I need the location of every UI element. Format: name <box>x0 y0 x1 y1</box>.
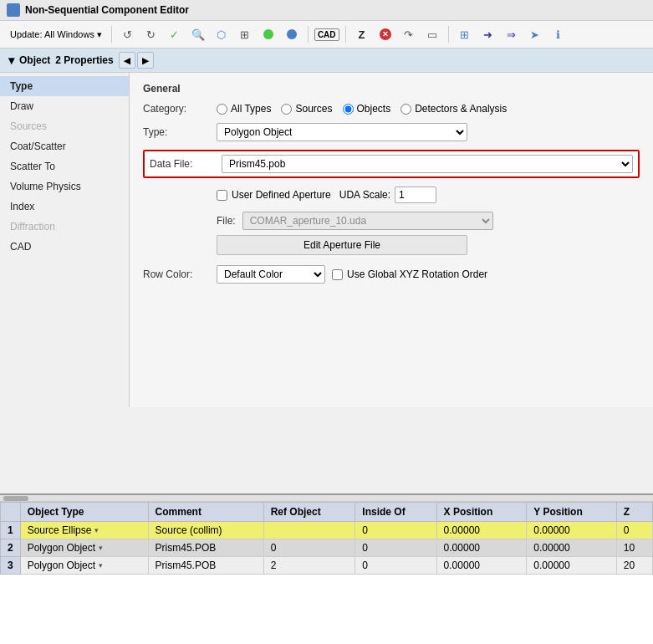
app-icon <box>7 3 20 17</box>
col-header-ref-object[interactable]: Ref Object <box>263 503 355 522</box>
row-3-object-type[interactable]: Polygon Object ▾ <box>20 557 148 575</box>
radio-detectors-input[interactable] <box>400 104 411 115</box>
object-properties: 2 Properties <box>55 54 113 66</box>
data-file-select[interactable]: Prism45.pob <box>222 155 633 173</box>
toolbar: Update: All Windows ▾ ↺ ↻ ✓ 🔍 ⬡ ⊞ CAD Z … <box>0 21 653 49</box>
row-3-z[interactable]: 20 <box>616 557 652 575</box>
xyz-checkbox-label[interactable]: Use Global XYZ Rotation Order <box>332 268 487 280</box>
rect-icon[interactable]: ▭ <box>422 24 442 44</box>
table-wrapper[interactable]: Object Type Comment Ref Object Inside Of… <box>0 502 653 644</box>
uda-checkbox-label[interactable]: User Defined Aperture <box>217 189 331 201</box>
col-header-y-position[interactable]: Y Position <box>527 503 616 522</box>
radio-sources-input[interactable] <box>281 104 292 115</box>
file-select[interactable]: COMAR_aperture_10.uda <box>242 212 493 230</box>
row-1-type-dropdown-icon[interactable]: ▾ <box>94 526 99 534</box>
edit-aperture-btn[interactable]: Edit Aperture File <box>217 235 467 255</box>
row-2-type-dropdown-icon[interactable]: ▾ <box>99 544 103 552</box>
arc-icon[interactable]: ↷ <box>399 24 419 44</box>
arrow-right2-icon[interactable]: ⇒ <box>502 24 522 44</box>
table-row: 3 Polygon Object ▾ Prism45.POB 2 0 0.000… <box>1 557 653 575</box>
category-label: Category: <box>143 103 210 115</box>
row-1-x[interactable]: 0.00000 <box>436 522 527 539</box>
category-row: Category: All Types Sources Objects Dete… <box>143 103 640 115</box>
radio-sources[interactable]: Sources <box>281 103 332 115</box>
row-1-z[interactable]: 0 <box>616 522 652 539</box>
sidebar-item-scatter-to[interactable]: Scatter To <box>0 156 129 176</box>
row-2-y[interactable]: 0.00000 <box>527 539 616 557</box>
row-3-type-dropdown-icon[interactable]: ▾ <box>99 561 103 570</box>
component-icon[interactable]: ⊞ <box>455 24 475 44</box>
update-menu[interactable]: Update: All Windows ▾ <box>7 28 105 42</box>
sidebar-item-type[interactable]: Type <box>0 76 129 96</box>
scroll-thumb[interactable] <box>3 496 28 501</box>
object-bar: ▾ Object 2 Properties ◀ ▶ <box>0 49 653 73</box>
scroll-handle[interactable] <box>0 495 653 502</box>
arrow-right1-icon[interactable]: ➜ <box>478 24 498 44</box>
row-3-inside-of[interactable]: 0 <box>355 557 436 575</box>
row-2-ref-object[interactable]: 0 <box>263 539 355 557</box>
row-3-y[interactable]: 0.00000 <box>527 557 616 575</box>
uda-row: User Defined Aperture UDA Scale: <box>217 187 640 203</box>
sidebar-item-cad[interactable]: CAD <box>0 237 129 257</box>
separator-4 <box>448 26 449 43</box>
table-row: 1 Source Ellipse ▾ Source (collim) 0 0.0… <box>1 522 653 539</box>
expand-arrow-icon[interactable]: ▾ <box>8 54 14 67</box>
z-label-btn[interactable]: Z <box>352 24 372 44</box>
no-entry-icon[interactable]: ✕ <box>375 24 395 44</box>
uda-scale-input[interactable] <box>395 187 436 203</box>
row-2-comment[interactable]: Prism45.POB <box>148 539 263 557</box>
row-1-y[interactable]: 0.00000 <box>527 522 616 539</box>
circle-blue-icon[interactable] <box>282 24 302 44</box>
row-color-select[interactable]: Default Color <box>217 265 325 284</box>
sidebar-item-index[interactable]: Index <box>0 197 129 217</box>
box3d-icon[interactable]: ⬡ <box>212 24 232 44</box>
table-header-row: Object Type Comment Ref Object Inside Of… <box>1 503 653 522</box>
window-title: Non-Sequential Component Editor <box>25 4 189 16</box>
row-2-inside-of[interactable]: 0 <box>355 539 436 557</box>
uda-checkbox[interactable] <box>217 190 227 201</box>
section-title: General <box>143 83 640 95</box>
col-header-comment[interactable]: Comment <box>148 503 263 522</box>
cad-badge[interactable]: CAD <box>314 28 339 41</box>
row-3-comment[interactable]: Prism45.POB <box>148 557 263 575</box>
type-label: Type: <box>143 126 210 138</box>
dot-green-icon[interactable] <box>258 24 278 44</box>
row-2-z[interactable]: 10 <box>616 539 652 557</box>
col-header-x-position[interactable]: X Position <box>436 503 527 522</box>
info-icon[interactable]: ℹ <box>548 24 569 44</box>
row-1-comment[interactable]: Source (collim) <box>148 522 263 539</box>
refresh-icon[interactable]: ↺ <box>118 24 138 44</box>
refresh-all-icon[interactable]: ↻ <box>141 24 161 44</box>
radio-objects[interactable]: Objects <box>343 103 391 115</box>
nav-prev-btn[interactable]: ◀ <box>119 52 135 69</box>
col-header-inside-of[interactable]: Inside Of <box>355 503 436 522</box>
sidebar: Type Draw Sources Coat/Scatter Scatter T… <box>0 73 130 407</box>
row-2-object-type[interactable]: Polygon Object ▾ <box>20 539 148 557</box>
data-table: Object Type Comment Ref Object Inside Of… <box>0 502 653 575</box>
sidebar-item-draw[interactable]: Draw <box>0 96 129 116</box>
nav-next-btn[interactable]: ▶ <box>137 52 154 69</box>
type-select[interactable]: Polygon Object <box>217 123 467 141</box>
radio-detectors[interactable]: Detectors & Analysis <box>400 103 507 115</box>
radio-objects-input[interactable] <box>343 104 354 115</box>
radio-all-input[interactable] <box>217 104 227 115</box>
row-3-ref-object[interactable]: 2 <box>263 557 355 575</box>
col-header-object-type[interactable]: Object Type <box>20 503 148 522</box>
arrow-right3-icon[interactable]: ➤ <box>525 24 545 44</box>
magnify-icon[interactable]: 🔍 <box>188 24 208 44</box>
check-icon[interactable]: ✓ <box>165 24 185 44</box>
row-1-inside-of[interactable]: 0 <box>355 522 436 539</box>
xyz-checkbox[interactable] <box>332 269 343 280</box>
row-1-ref-object[interactable] <box>263 522 355 539</box>
row-2-x[interactable]: 0.00000 <box>436 539 527 557</box>
bottom-table-section: Object Type Comment Ref Object Inside Of… <box>0 493 653 644</box>
row-3-num: 3 <box>1 557 21 575</box>
grid-icon[interactable]: ⊞ <box>235 24 255 44</box>
radio-all-types[interactable]: All Types <box>217 103 271 115</box>
sidebar-item-volume-physics[interactable]: Volume Physics <box>0 176 129 197</box>
row-1-object-type[interactable]: Source Ellipse ▾ <box>20 522 148 539</box>
row-3-x[interactable]: 0.00000 <box>436 557 527 575</box>
sidebar-item-coat-scatter[interactable]: Coat/Scatter <box>0 136 129 156</box>
col-header-z[interactable]: Z <box>616 503 652 522</box>
object-label: Object <box>19 54 50 66</box>
